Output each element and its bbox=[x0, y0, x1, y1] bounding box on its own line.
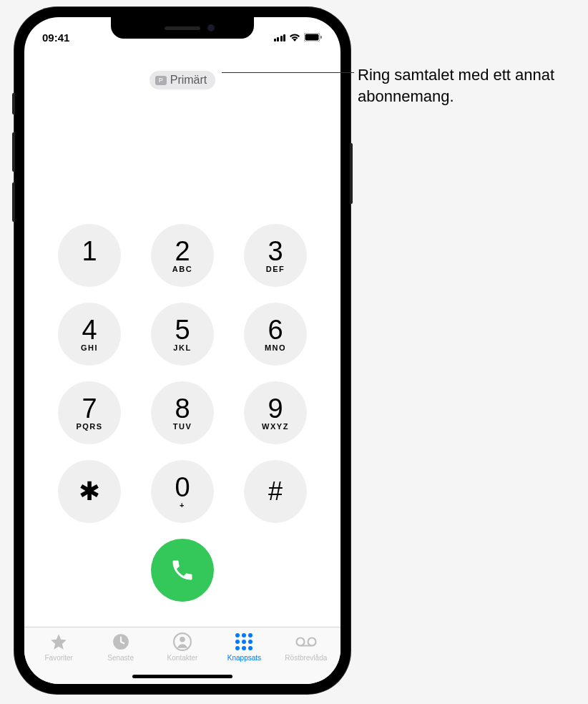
svg-point-7 bbox=[308, 638, 315, 646]
svg-rect-2 bbox=[320, 36, 322, 39]
key-1[interactable]: 1 bbox=[58, 224, 121, 287]
home-indicator[interactable] bbox=[132, 675, 232, 678]
key-letters: TUV bbox=[173, 422, 192, 431]
side-button bbox=[12, 132, 15, 172]
key-digit: 7 bbox=[82, 395, 97, 422]
side-button bbox=[350, 143, 353, 204]
key-digit: 9 bbox=[268, 395, 283, 422]
key-digit: # bbox=[268, 479, 283, 504]
key-4[interactable]: 4 GHI bbox=[58, 303, 121, 366]
key-5[interactable]: 5 JKL bbox=[151, 303, 214, 366]
person-circle-icon bbox=[173, 632, 192, 652]
key-digit: 4 bbox=[82, 316, 97, 343]
tab-label: Favoriter bbox=[44, 654, 72, 662]
svg-point-5 bbox=[180, 637, 185, 642]
tab-label: Knappsats bbox=[227, 654, 261, 662]
key-letters: WXYZ bbox=[262, 422, 289, 431]
key-0[interactable]: 0 + bbox=[151, 460, 214, 523]
tab-voicemail[interactable]: Röstbrevlåda bbox=[275, 632, 337, 684]
key-9[interactable]: 9 WXYZ bbox=[244, 381, 307, 444]
sim-badge-icon: P bbox=[155, 76, 167, 85]
phone-icon bbox=[170, 557, 195, 583]
key-letters: + bbox=[180, 501, 185, 509]
call-row bbox=[53, 539, 312, 602]
keypad-area: 1 2 ABC 3 DEF 4 GHI bbox=[24, 89, 340, 627]
key-7[interactable]: 7 PQRS bbox=[58, 381, 121, 444]
key-hash[interactable]: # bbox=[244, 460, 307, 523]
callout-leader-line bbox=[222, 72, 354, 73]
wifi-icon bbox=[289, 31, 300, 44]
side-button bbox=[12, 182, 15, 222]
key-digit: 1 bbox=[82, 238, 97, 265]
key-digit: 2 bbox=[175, 238, 190, 265]
speaker bbox=[165, 26, 200, 30]
star-icon bbox=[49, 632, 68, 652]
key-digit: 6 bbox=[268, 316, 283, 343]
key-letters: PQRS bbox=[76, 422, 102, 431]
cellular-signal-icon bbox=[274, 34, 286, 41]
key-letters: GHI bbox=[81, 343, 98, 352]
app-content: P Primärt 1 2 ABC 3 DEF bbox=[24, 49, 340, 684]
status-indicators bbox=[274, 31, 323, 44]
keypad-icon bbox=[235, 632, 253, 652]
key-letters: JKL bbox=[173, 343, 191, 352]
key-digit: 5 bbox=[175, 316, 190, 343]
tab-label: Senaste bbox=[107, 654, 134, 662]
battery-icon bbox=[304, 31, 323, 44]
keypad: 1 2 ABC 3 DEF 4 GHI bbox=[53, 224, 312, 523]
sim-label: Primärt bbox=[170, 74, 207, 87]
tab-favorites[interactable]: Favoriter bbox=[28, 632, 89, 684]
tab-label: Kontakter bbox=[167, 654, 198, 662]
screen: 09:41 P Primärt 1 bbox=[24, 17, 340, 684]
key-digit: 3 bbox=[268, 238, 283, 265]
key-letters: DEF bbox=[266, 265, 285, 273]
callout-text: Ring samtalet med ett annat abonnemang. bbox=[358, 64, 572, 107]
side-button bbox=[12, 93, 15, 114]
front-camera bbox=[207, 24, 215, 31]
key-3[interactable]: 3 DEF bbox=[244, 224, 307, 287]
key-digit: 0 bbox=[175, 474, 190, 501]
key-star[interactable]: ✱ bbox=[58, 460, 121, 523]
key-letters: MNO bbox=[265, 343, 286, 352]
sim-selector-pill[interactable]: P Primärt bbox=[150, 71, 216, 89]
tab-label: Röstbrevlåda bbox=[285, 654, 327, 662]
svg-point-6 bbox=[296, 638, 304, 646]
key-2[interactable]: 2 ABC bbox=[151, 224, 214, 287]
key-letters: ABC bbox=[172, 265, 192, 273]
key-digit: 8 bbox=[175, 395, 190, 422]
key-6[interactable]: 6 MNO bbox=[244, 303, 307, 366]
svg-rect-1 bbox=[305, 34, 319, 41]
clock-icon bbox=[112, 632, 130, 652]
key-8[interactable]: 8 TUV bbox=[151, 381, 214, 444]
notch bbox=[111, 17, 254, 39]
phone-frame: 09:41 P Primärt 1 bbox=[14, 7, 351, 694]
key-digit: ✱ bbox=[79, 479, 100, 504]
status-time: 09:41 bbox=[42, 31, 85, 44]
voicemail-icon bbox=[295, 632, 317, 652]
call-button[interactable] bbox=[151, 539, 214, 602]
